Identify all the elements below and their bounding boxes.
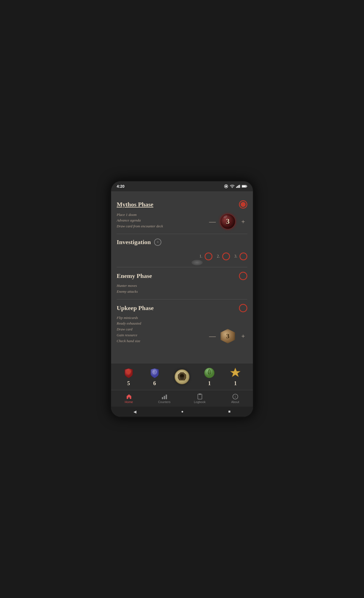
upkeep-decrement-button[interactable]: — — [208, 332, 217, 340]
svg-rect-8 — [242, 185, 246, 187]
mythos-note-3: Draw card from encounter deck — [117, 223, 163, 229]
checkbox-label-3: 3. — [234, 254, 238, 259]
star-icon — [229, 367, 241, 379]
svg-point-13 — [182, 375, 183, 376]
checkbox-item-2: 2. — [217, 252, 230, 260]
android-recent-button[interactable]: ■ — [228, 409, 231, 414]
android-nav: ◀ ● ■ — [111, 407, 253, 417]
nav-logbook[interactable]: Logbook — [182, 394, 217, 404]
status-icons — [224, 184, 247, 189]
svg-point-2 — [232, 187, 233, 188]
svg-rect-4 — [237, 186, 238, 188]
svg-point-12 — [180, 375, 182, 376]
checkbox-label-2: 2. — [217, 254, 220, 259]
main-scroll[interactable]: Mythos Phase Place 1 doom Advance agenda… — [111, 191, 253, 363]
checkbox-3[interactable] — [240, 252, 247, 260]
investigator-token[interactable] — [174, 369, 190, 384]
sanity-stat[interactable]: 6 — [149, 367, 161, 387]
mythos-notes: Place 1 doom Advance agenda Draw card fr… — [117, 212, 163, 229]
enemy-header: Enemy Phase — [117, 272, 247, 280]
upkeep-title: Upkeep Phase — [117, 304, 154, 312]
checkbox-label-1: 1. — [200, 254, 203, 259]
investigation-header: Investigation + — [117, 239, 247, 246]
mythos-note-2: Advance agenda — [117, 218, 163, 223]
nav-counters[interactable]: Counters — [147, 394, 182, 404]
status-time: 4:20 — [117, 184, 124, 189]
checkbox-item-1: 1. — [200, 252, 213, 260]
svg-rect-20 — [164, 396, 165, 399]
upkeep-counter-row: — 3 + — [208, 328, 247, 344]
enemy-notes: Hunter moves Enemy attacks — [117, 283, 247, 295]
checkbox-2[interactable] — [222, 252, 230, 260]
doom-token: 3 — [220, 214, 236, 229]
mythos-counter-row: — 3 + — [208, 214, 247, 229]
svg-rect-23 — [199, 394, 201, 395]
svg-rect-21 — [166, 394, 167, 399]
heart-icon — [123, 367, 135, 379]
enemy-title: Enemy Phase — [117, 272, 152, 280]
mythos-section: Mythos Phase Place 1 doom Advance agenda… — [117, 196, 247, 234]
skull-badge — [174, 369, 190, 384]
mythos-complete-circle[interactable] — [239, 200, 247, 209]
logbook-icon — [197, 394, 203, 400]
svg-rect-6 — [240, 185, 240, 188]
recording-icon — [224, 184, 228, 189]
counters-icon — [161, 394, 167, 400]
svg-marker-18 — [230, 368, 240, 377]
svg-point-14 — [181, 377, 182, 377]
clues-value: 1 — [208, 380, 211, 387]
upkeep-note-5: Check hand size — [117, 338, 141, 344]
nav-about-label: About — [231, 400, 239, 404]
add-investigation-button[interactable]: + — [154, 239, 161, 246]
upkeep-note-1: Flip minicards — [117, 315, 141, 321]
doom-token-value: 3 — [226, 217, 230, 226]
signal-icon — [236, 184, 240, 188]
enemy-note-2: Enemy attacks — [117, 289, 247, 295]
health-stat[interactable]: 5 — [123, 367, 135, 387]
clues-stat[interactable]: 1 — [203, 367, 215, 387]
checkbox-1[interactable] — [205, 252, 212, 260]
screen-content: Mythos Phase Place 1 doom Advance agenda… — [111, 191, 253, 417]
skull-icon — [177, 372, 187, 382]
upkeep-note-4: Gain resource — [117, 332, 141, 338]
upkeep-notes: Flip minicards Ready exhausted Draw card… — [117, 315, 141, 344]
mythos-header: Mythos Phase — [117, 200, 247, 209]
upkeep-section: Upkeep Phase Flip minicards Ready exhaus… — [117, 299, 247, 349]
nav-home[interactable]: Home — [111, 394, 147, 404]
svg-rect-3 — [236, 187, 237, 188]
nav-logbook-label: Logbook — [194, 400, 205, 404]
mythos-decrement-button[interactable]: — — [208, 218, 217, 225]
status-bar: 4:20 — [111, 181, 253, 191]
svg-rect-19 — [162, 397, 163, 399]
clue-icon — [203, 367, 215, 379]
mythos-note-1: Place 1 doom — [117, 212, 163, 218]
hex-token: 3 — [221, 329, 235, 344]
investigation-section: Investigation + 1. 2. 3. — [117, 234, 247, 267]
nav-about[interactable]: i About — [217, 394, 253, 404]
enemy-section: Enemy Phase Hunter moves Enemy attacks — [117, 267, 247, 299]
enemy-complete-circle[interactable] — [239, 272, 247, 280]
upkeep-increment-button[interactable]: + — [239, 332, 247, 340]
about-icon: i — [232, 394, 238, 400]
stats-bar: 5 6 — [111, 363, 253, 390]
mythos-increment-button[interactable]: + — [239, 218, 247, 225]
upkeep-header: Upkeep Phase — [117, 304, 247, 312]
upkeep-note-3: Draw card — [117, 327, 141, 332]
battery-icon — [242, 185, 247, 188]
upkeep-counter-value: 3 — [226, 332, 229, 340]
android-home-button[interactable]: ● — [181, 409, 183, 414]
wifi-icon — [230, 184, 234, 188]
brain-icon — [149, 367, 161, 379]
investigation-checkboxes: 1. 2. 3. — [117, 250, 247, 263]
health-value: 5 — [127, 380, 130, 387]
svg-rect-9 — [246, 186, 247, 187]
bottom-nav: Home Counters Logbook — [111, 390, 253, 407]
mythos-title: Mythos Phase — [117, 201, 153, 208]
android-back-button[interactable]: ◀ — [133, 409, 136, 414]
svg-text:i: i — [235, 395, 236, 399]
resources-stat[interactable]: 1 — [229, 367, 241, 387]
svg-rect-22 — [198, 394, 202, 399]
enemy-note-1: Hunter moves — [117, 283, 247, 289]
nav-counters-label: Counters — [158, 400, 171, 404]
upkeep-complete-circle[interactable] — [239, 304, 247, 312]
